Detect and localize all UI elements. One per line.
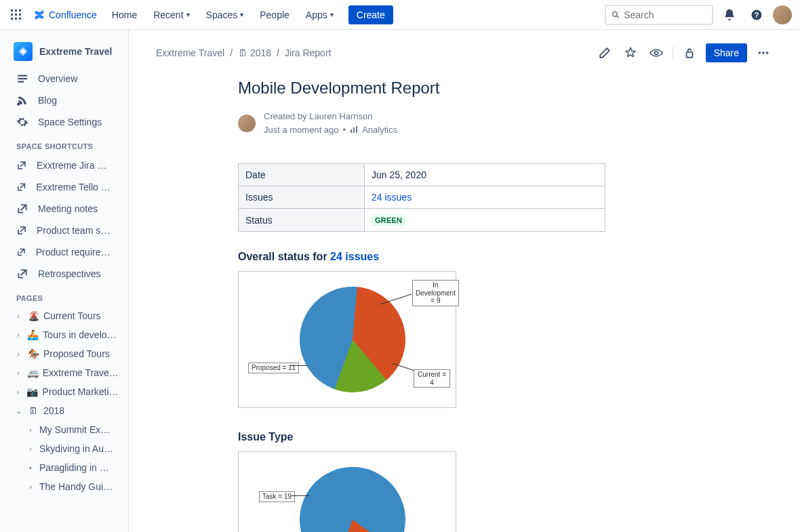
shortcut-item[interactable]: Retrospectives [0, 263, 128, 285]
page-tree-child[interactable]: ›Skydiving in Aust… [0, 439, 128, 458]
page-tree-item[interactable]: ⌄🗓2018 [0, 401, 128, 420]
shortcut-item[interactable]: Product team space [0, 220, 128, 241]
issues-link[interactable]: 24 issues [330, 251, 379, 262]
svg-rect-21 [356, 126, 357, 133]
svg-rect-4 [15, 14, 17, 16]
main: Exxtreme Travel Overview Blog Space Sett… [0, 30, 800, 532]
app-switcher-icon[interactable] [8, 7, 24, 23]
section-issue-type: Issue Type [238, 431, 708, 443]
shortcut-item[interactable]: Product requiremen… [0, 241, 128, 263]
svg-rect-0 [11, 9, 13, 12]
analytics-link[interactable]: Analytics [362, 123, 397, 137]
chevron-down-icon: ▾ [330, 11, 334, 18]
page-tree-item[interactable]: ›📷Product Marketin… [0, 382, 128, 401]
content: Exxtreme Travel / 🗓 2018 / Jira Report S… [129, 30, 800, 532]
confluence-logo[interactable]: Confluence [33, 8, 97, 22]
page-tree-item[interactable]: ›🌋Current Tours [0, 306, 128, 325]
svg-point-14 [654, 52, 658, 55]
user-avatar[interactable] [773, 5, 792, 24]
sidebar-space-settings[interactable]: Space Settings [0, 111, 128, 133]
notifications-icon[interactable] [719, 4, 740, 26]
expand-icon[interactable]: › [14, 350, 23, 358]
author-line: Created by Lauren Harrison [264, 110, 397, 123]
section-overall-status: Overall status for 24 issues [238, 251, 708, 263]
share-button[interactable]: Share [706, 43, 747, 62]
watch-icon[interactable] [647, 43, 666, 62]
shortcut-icon [16, 181, 26, 193]
sidebar-overview[interactable]: Overview [0, 68, 128, 89]
byline: Created by Lauren Harrison Just a moment… [238, 110, 708, 136]
nav-apps[interactable]: Apps▾ [299, 5, 340, 24]
chart-issue-type: Task = 19 [238, 451, 456, 532]
pagebar: Exxtreme Travel / 🗓 2018 / Jira Report S… [156, 43, 773, 62]
table-row: Issues24 issues [239, 186, 605, 209]
nav-home[interactable]: Home [105, 5, 144, 24]
page-tree-child[interactable]: •Paragliding in Co… [0, 458, 128, 477]
svg-rect-2 [19, 9, 21, 12]
crumb-page[interactable]: Jira Report [285, 47, 331, 58]
svg-line-10 [617, 16, 619, 18]
page-tree-item[interactable]: ›🚐Exxtreme Travel … [0, 363, 128, 382]
analytics-icon [350, 125, 358, 134]
pie-chart [300, 287, 405, 392]
crumb-space[interactable]: Exxtreme Travel [156, 47, 224, 58]
page-tree-item[interactable]: ›🚣Tours in develop… [0, 325, 128, 344]
space-name: Exxtreme Travel [39, 46, 112, 57]
pages-heading: PAGES [0, 285, 128, 306]
shortcut-item[interactable]: Meeting notes [0, 198, 128, 220]
expand-icon[interactable]: › [14, 388, 22, 396]
svg-point-16 [759, 52, 761, 54]
create-button[interactable]: Create [348, 5, 393, 24]
timestamp: Just a moment ago [264, 123, 339, 137]
help-icon[interactable]: ? [746, 4, 767, 26]
shortcut-item[interactable]: Exxtreme Tello board [0, 176, 128, 198]
page-title: Mobile Development Report [238, 79, 708, 98]
chart-overall-status: Proposed = 11InDevelopment= 9Current = 4 [238, 271, 456, 408]
topbar-right: ? [605, 4, 792, 26]
svg-rect-15 [686, 52, 692, 58]
more-icon[interactable] [754, 43, 773, 62]
svg-rect-8 [19, 18, 21, 20]
star-icon[interactable] [621, 43, 640, 62]
svg-rect-1 [15, 9, 17, 12]
space-icon [14, 42, 33, 61]
expand-icon[interactable]: › [26, 445, 35, 453]
edit-icon[interactable] [595, 43, 614, 62]
svg-point-9 [613, 12, 618, 16]
crumb-parent[interactable]: 🗓 2018 [238, 47, 271, 58]
page-tree-child[interactable]: ›My Summit Exper… [0, 420, 128, 439]
expand-icon[interactable]: › [26, 426, 35, 434]
expand-icon[interactable]: ⌄ [14, 407, 23, 415]
search-input[interactable] [605, 5, 713, 25]
svg-rect-6 [11, 18, 13, 20]
shortcuts-heading: SPACE SHORTCUTS [0, 133, 128, 155]
svg-point-13 [21, 49, 24, 53]
nav-recent[interactable]: Recent▾ [146, 5, 196, 24]
restrictions-icon[interactable] [680, 43, 699, 62]
page-tree-item[interactable]: ›🏇Proposed Tours [0, 344, 128, 363]
sidebar: Exxtreme Travel Overview Blog Space Sett… [0, 30, 129, 532]
chevron-down-icon: ▾ [186, 11, 190, 18]
expand-icon[interactable]: • [26, 464, 35, 472]
search-field[interactable] [624, 9, 706, 20]
nav-spaces[interactable]: Spaces▾ [199, 5, 251, 24]
expand-icon[interactable]: › [14, 369, 22, 377]
topbar-left: Confluence Home Recent▾ Spaces▾ People A… [8, 5, 393, 24]
page-tree-child[interactable]: ›The Handy Guide… [0, 477, 128, 496]
svg-rect-3 [11, 14, 13, 16]
sidebar-blog[interactable]: Blog [0, 89, 128, 111]
space-header[interactable]: Exxtreme Travel [0, 38, 128, 68]
expand-icon[interactable]: › [14, 312, 23, 320]
gear-icon [16, 116, 28, 128]
divider [673, 46, 673, 60]
table-row: StatusGREEN [239, 209, 605, 232]
expand-icon[interactable]: › [26, 483, 35, 491]
expand-icon[interactable]: › [14, 331, 23, 339]
info-table: DateJun 25, 2020Issues24 issuesStatusGRE… [238, 163, 605, 232]
svg-point-18 [766, 52, 769, 54]
issues-link[interactable]: 24 issues [372, 192, 412, 203]
author-avatar[interactable] [238, 115, 256, 132]
shortcut-item[interactable]: Exxtreme Jira board [0, 155, 128, 176]
svg-rect-7 [15, 18, 17, 20]
nav-people[interactable]: People [253, 5, 296, 24]
